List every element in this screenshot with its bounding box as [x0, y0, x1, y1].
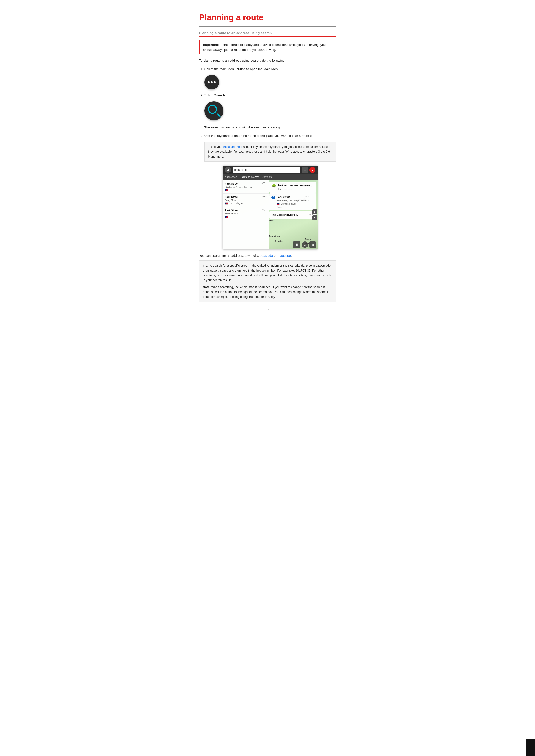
result-3-name: Park Street: [225, 209, 267, 212]
page-number: 46: [199, 309, 336, 312]
map-search-box[interactable]: park street: [233, 167, 300, 173]
search-circle: [208, 105, 217, 114]
map-back-button[interactable]: ◀: [225, 167, 231, 173]
postcode-link[interactable]: postcode: [260, 254, 273, 257]
map-poi-card-3[interactable]: 273m The Cooperative Foo...: [269, 211, 316, 219]
city-peterborough: Peterborough: [272, 182, 287, 185]
important-box: Important: In the interest of safety and…: [199, 40, 336, 54]
city-bletchley: Bletchley: [269, 193, 279, 196]
post-map-text: You can search for an address, town, cit…: [199, 253, 336, 258]
map-poi-card-2[interactable]: P 326m Park Street Park Street, Cambridg…: [269, 193, 316, 210]
step-3-text: Use the keyboard to enter the name of th…: [205, 134, 314, 138]
tip-note-box: Tip: To search for a specific street in …: [199, 260, 336, 302]
tab-points-of-interest[interactable]: Points of Interest: [239, 175, 259, 179]
city-lowestoft: Lowestoft: [303, 184, 313, 188]
press-hold-link[interactable]: press and hold: [222, 145, 242, 148]
intro-text: To plan a route to an address using sear…: [199, 58, 336, 63]
map-top-right-icons: ☷ ▶: [302, 167, 316, 173]
step-3: Use the keyboard to enter the name of th…: [205, 133, 336, 249]
mapcode-link[interactable]: mapcode: [277, 254, 291, 257]
map-results-panel: 366m Park Street (Saint Albans), United …: [223, 180, 269, 249]
tip-2-label: Tip: [203, 264, 208, 267]
tip-2-text: To search for a specific street in the U…: [203, 264, 331, 282]
flag-uk-2: [225, 202, 228, 204]
map-grid-icon[interactable]: ☷: [302, 167, 308, 173]
steps-list: Select the Main Menu button to open the …: [205, 67, 336, 249]
map-screenshot: ◀ park street ☷ ▶ Addresses Points of In…: [223, 166, 318, 249]
note-paragraph: Note: When searching, the whole map is s…: [203, 285, 332, 299]
city-ldon: LON: [269, 219, 274, 222]
important-label: Important: [203, 43, 218, 46]
result-3-dist: 277m: [261, 209, 267, 212]
poi-1-sub: (Park): [277, 188, 310, 191]
important-text: In the interest of safety and to avoid d…: [203, 43, 326, 51]
step-2-text-before: Select: [205, 93, 214, 97]
page-title: Planning a route: [199, 13, 336, 22]
step-2-image: [205, 101, 336, 122]
result-1-name: Park Street: [225, 182, 267, 186]
poi-2-sub: Park Street, Cambridge CB5 8AS United Ki…: [277, 199, 309, 209]
important-colon: :: [218, 43, 220, 46]
flag-uk-1: [225, 189, 228, 191]
map-result-3[interactable]: 277m Park Street Southampton: [223, 207, 269, 220]
result-2-dist: 273m: [261, 195, 267, 198]
map-right-panel: 🌳 Park and recreation area (Park) P 326m: [268, 180, 318, 249]
result-2-sub: Deal, CT14 United Kingdom: [225, 199, 267, 205]
result-1-sub: (Saint Albans), United Kingdom: [225, 186, 267, 192]
step-2: Select Search. The search screen opens w…: [205, 93, 336, 130]
scroll-down-button[interactable]: ▼: [312, 215, 317, 220]
top-divider: [199, 26, 336, 27]
map-poi-card-1[interactable]: 🌳 Park and recreation area (Park): [269, 181, 316, 193]
city-east-grinstead: East Grins...: [269, 235, 282, 238]
map-body: Peterborough Norwich Thetford Lowestoft …: [223, 180, 318, 249]
three-dots-icon: [208, 81, 216, 83]
result-1-dist: 366m: [261, 182, 267, 185]
result-2-name: Park Street: [225, 195, 267, 199]
note-text: When searching, the whole map is searche…: [203, 285, 329, 299]
poi-3-name: The Cooperative Foo...: [271, 213, 314, 217]
map-location-button[interactable]: ⊙: [302, 241, 308, 248]
flag-uk-3: [225, 216, 228, 218]
search-button-icon: [205, 101, 223, 120]
poi-2-name: Park Street: [277, 195, 309, 199]
note-label: Note: [203, 285, 210, 289]
step-2-caption: The search screen opens with the keyboar…: [205, 125, 336, 130]
map-scroll-buttons: ▲ ▼: [312, 180, 317, 249]
poi-1-name: Park and recreation area: [277, 183, 310, 188]
map-top-bar: ◀ park street ☷ ▶: [223, 166, 318, 174]
city-thetford: Thetford: [283, 188, 292, 191]
map-menu-button[interactable]: ☰: [293, 241, 300, 248]
map-bottom-bar: ☰ ⊙ ⊞: [223, 240, 318, 249]
map-result-2[interactable]: 273m Park Street Deal, CT14 United Kingd…: [223, 194, 269, 207]
tab-contacts[interactable]: Contacts: [262, 175, 272, 179]
tip-label-1: Tip: [208, 145, 212, 148]
main-menu-button-icon: [205, 75, 219, 90]
step-1-image: [205, 75, 336, 90]
step-2-text-after: .: [225, 93, 226, 97]
map-nav-icon[interactable]: ▶: [309, 167, 316, 173]
step-1-text: Select the Main Menu button to open the …: [205, 67, 281, 71]
city-norwich: Norwich: [296, 182, 304, 185]
tip-box-1: Tip: If you press and hold a letter key …: [205, 142, 336, 162]
step-2-text-bold: Search: [214, 93, 225, 97]
result-3-sub: Southampton: [225, 212, 267, 218]
map-result-1[interactable]: 366m Park Street (Saint Albans), United …: [223, 180, 269, 194]
tip-2-paragraph: Tip: To search for a specific street in …: [203, 263, 332, 283]
scroll-up-button[interactable]: ▲: [312, 209, 317, 214]
map-tabs: Addresses Points of Interest Contacts: [223, 174, 318, 180]
city-ipswich: Ipswich: [298, 198, 306, 201]
section-heading: Planning a route to an address using sea…: [199, 31, 336, 37]
tab-addresses[interactable]: Addresses: [225, 175, 237, 179]
map-layers-button[interactable]: ⊞: [309, 241, 316, 248]
search-handle: [217, 113, 221, 117]
step-1: Select the Main Menu button to open the …: [205, 67, 336, 90]
